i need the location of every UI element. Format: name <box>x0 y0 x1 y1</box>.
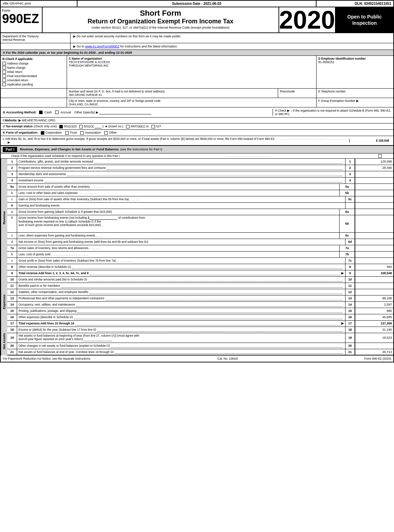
row-5a-box: 5a <box>339 184 355 190</box>
527-checkbox[interactable] <box>151 125 155 128</box>
row-17-desc: Total expenses. Add lines 10 through 16 … <box>17 321 345 327</box>
table-row: 14 Occupancy, rent, utilities, and maint… <box>7 302 393 308</box>
subtitle: Under section 501(c), 527, or 4947(a)(1)… <box>46 26 275 29</box>
cash-checkbox[interactable] <box>39 111 43 114</box>
corporation-checkbox[interactable] <box>41 131 44 135</box>
initial-return-checkbox[interactable] <box>2 70 6 74</box>
table-row: b Gross income from fundraising events (… <box>7 215 393 233</box>
row-11-linenum: 11 <box>345 283 355 289</box>
notice-row-2: ▶ Go to www.irs.gov/Form990EZ for instru… <box>1 43 393 50</box>
row-4-num: 4 <box>7 178 17 183</box>
row-13-num: 13 <box>7 295 17 301</box>
final-return-checkbox[interactable] <box>2 74 6 78</box>
row-2-desc: Program service revenue including govern… <box>17 165 345 171</box>
ein-value: 81-3838152 <box>318 60 392 64</box>
city-row: City or town, state or province, country… <box>1 98 393 107</box>
trust-checkbox[interactable] <box>65 131 69 135</box>
row-5c-amount <box>355 196 393 202</box>
row-6c-box: 6c <box>339 233 355 239</box>
row-9-desc: Total revenue. Add lines 1, 2, 3, 4, 5c,… <box>17 270 345 276</box>
address-change-checkbox[interactable] <box>2 62 6 65</box>
row-16-amount: 45,685 <box>355 314 393 320</box>
row-5b-num: b <box>7 190 17 196</box>
row-5c-num: c <box>7 196 17 202</box>
row-2-num: 2 <box>7 165 17 171</box>
row-18-linenum: 18 <box>345 327 355 333</box>
table-row: 7a Gross sales of inventory, less return… <box>7 245 393 252</box>
street-value: 360 GRAND AVENUE 61 <box>69 93 276 97</box>
part-a-header: A For the 2020 calendar year, or tax yea… <box>1 50 393 56</box>
row-7c-amount <box>355 258 393 264</box>
accrual-checkbox[interactable] <box>55 111 59 114</box>
other-label: Other (specify) ▶ <box>74 111 98 114</box>
city-spacer <box>1 98 67 107</box>
table-row: 12 Salaries, other compensation, and emp… <box>7 289 393 295</box>
check-final-return: Final return/terminated <box>2 74 65 78</box>
other-form-checkbox[interactable] <box>104 131 108 135</box>
row-12-linenum: 12 <box>345 289 355 295</box>
city-value: OAKLAND, CA 94610 <box>69 103 314 106</box>
addr-spacer <box>1 89 67 98</box>
row-10-linenum: 10 <box>345 277 355 283</box>
row-15-num: 15 <box>7 308 17 314</box>
expenses-rows: 10 Grants and similar amounts paid (list… <box>7 277 393 327</box>
row-18-amount: 21,190 <box>355 327 393 333</box>
paperwork-text: For Paperwork Reduction Act Notice, see … <box>3 357 91 360</box>
accounting-row: G Accounting Method: Cash Accrual Other … <box>1 107 393 118</box>
org-name: TECH EXPOSURE & ACCESS <box>69 60 314 64</box>
row-6c-amount <box>355 233 393 239</box>
corporation-label: Corporation <box>45 131 62 134</box>
row-17-amount: 137,358 <box>355 321 393 327</box>
row-9-amount: 158,548 <box>355 270 393 276</box>
row-8-num: 8 <box>7 264 17 270</box>
schedule-o-checkbox[interactable] <box>378 154 382 158</box>
expenses-section: Expenses 10 Grants and similar amounts p… <box>1 277 393 327</box>
table-row: 19 Net assets or fund balances at beginn… <box>7 333 393 343</box>
row-1-desc: Contributions, gifts, grants, and simila… <box>17 159 345 165</box>
row-3-desc: Membership dues and assessments <box>17 171 345 177</box>
row-9-num: 9 <box>7 270 17 276</box>
row-6c-num: c <box>7 233 17 239</box>
association-checkbox[interactable] <box>80 131 84 135</box>
k-label: K Form of organization: <box>3 131 38 134</box>
4947a1-checkbox[interactable] <box>126 125 129 128</box>
dept-treasury: Department of the Treasury Internal Reve… <box>1 33 70 43</box>
org-name2: THROUGH MENTORING INC <box>69 64 314 67</box>
row-12-desc: Salaries, other compensation, and employ… <box>17 289 345 295</box>
row-7a-desc: Gross sales of inventory, less returns a… <box>17 245 339 251</box>
name-change-checkbox[interactable] <box>2 66 6 69</box>
table-row: c Less: direct expenses from gaming and … <box>7 233 393 239</box>
title-section: Form 990EZ Short Form Return of Organiza… <box>1 7 393 33</box>
row-7c-linenum: 7c <box>345 258 355 264</box>
row-14-num: 14 <box>7 302 17 308</box>
row-6b-box: 6b <box>339 215 355 232</box>
row-21-desc: Net assets or fund balances at end of ye… <box>17 349 345 355</box>
501c3-checkbox[interactable] <box>59 125 63 128</box>
row-7b-amount <box>355 252 393 257</box>
app-pending-checkbox[interactable] <box>2 83 6 86</box>
table-row: 17 Total expenses. Add lines 10 through … <box>7 321 393 327</box>
row-10-amount <box>355 277 393 283</box>
501c-checkbox[interactable] <box>79 125 83 128</box>
h-text: ○ if the organization is not required to… <box>275 109 391 116</box>
row-17-num: 17 <box>7 321 17 327</box>
table-row: 4 Investment income 4 <box>7 178 393 184</box>
irs-link[interactable]: www.irs.gov/Form990EZ <box>85 45 119 48</box>
amended-return-checkbox[interactable] <box>2 78 6 82</box>
row-7c-num: c <box>7 258 17 264</box>
form-label: Form 990-EZ (2020) <box>364 357 391 360</box>
row-15-amount: 880 <box>355 308 393 314</box>
row-21-amount: 39,713 <box>355 349 393 355</box>
row-3-num: 3 <box>7 171 17 177</box>
row-16-linenum: 16 <box>345 314 355 320</box>
row-14-desc: Occupancy, rent, utilities, and maintena… <box>17 302 345 308</box>
c-label: C Name of organization <box>69 57 314 60</box>
cat-no: Cat. No. 10642I <box>217 357 238 360</box>
table-row: d Net income or (loss) from gaming and f… <box>7 239 393 245</box>
accounting-right: H Check ▶ ○ if the organization is not r… <box>273 109 391 116</box>
row-15-desc: Printing, publications, postage, and shi… <box>17 308 345 314</box>
row-6a-num: a <box>7 209 17 215</box>
row-18-desc: Excess or (deficit) for the year (Subtra… <box>17 327 345 333</box>
part-i-label: Part I <box>3 147 17 152</box>
j-label: J Tax-exempt status <box>3 125 33 128</box>
